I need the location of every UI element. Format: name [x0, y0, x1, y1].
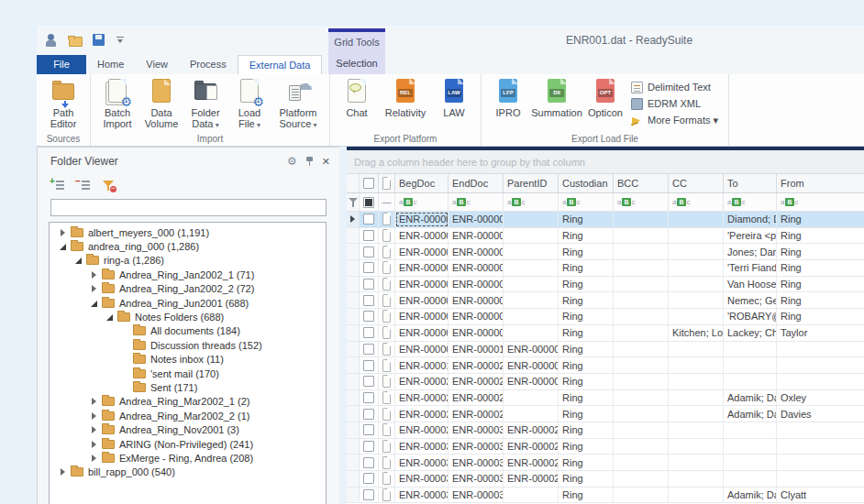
table-row[interactable]: ENR-000007ENR-000007Ring'ROBARY@cs.Ring [347, 309, 864, 325]
tab-file[interactable]: File [37, 55, 86, 74]
pin-icon[interactable] [305, 156, 314, 167]
chat-button[interactable]: Chat [335, 77, 379, 118]
cell-custodian[interactable]: Ring [559, 228, 614, 244]
cell-parentid[interactable] [504, 260, 559, 276]
cell-from[interactable]: Ring [777, 244, 864, 259]
data-volume-button[interactable]: DataVolume [139, 77, 183, 129]
tree-item-all-documents[interactable]: All documents (184) [50, 324, 326, 338]
row-checkbox-cell[interactable] [360, 244, 379, 259]
expand-arrow-icon[interactable] [90, 284, 99, 293]
cell-enddoc[interactable]: ENR-000024 [449, 357, 504, 373]
row-checkbox-cell[interactable] [360, 439, 379, 455]
cell-enddoc[interactable]: ENR-000005 [449, 277, 504, 292]
cell-begdoc[interactable]: ENR-000032 [395, 455, 449, 470]
cell-from[interactable]: Ring [777, 292, 864, 308]
cell-from[interactable] [777, 342, 864, 357]
cell-bcc[interactable] [614, 342, 669, 357]
close-icon[interactable]: ✕ [322, 157, 330, 167]
cell-from[interactable]: Ring [777, 309, 864, 324]
cell-enddoc[interactable]: ENR-000015 [449, 342, 504, 357]
cell-custodian[interactable]: Ring [559, 422, 614, 438]
cell-cc[interactable] [669, 488, 724, 503]
expand-arrow-icon[interactable] [90, 425, 99, 434]
cell-bcc[interactable] [614, 357, 669, 373]
tree-item-notes-folders[interactable]: Notes Folders (688) [50, 310, 326, 323]
cell-cc[interactable] [669, 309, 724, 324]
expand-arrow-icon[interactable] [59, 467, 68, 477]
row-checkbox-cell[interactable] [360, 309, 379, 324]
cell-enddoc[interactable]: ENR-000007 [449, 309, 504, 324]
tree-item-ring-a[interactable]: ring-a (1,286) [50, 254, 326, 268]
cell-cc[interactable] [669, 422, 724, 438]
column-header-bcc[interactable]: BCC [614, 174, 669, 192]
cell-enddoc[interactable]: ENR-000028 [449, 406, 504, 422]
table-row[interactable]: ENR-000025ENR-000026ENR-000008Ring [347, 374, 864, 390]
cell-from[interactable] [777, 374, 864, 389]
row-checkbox[interactable] [363, 392, 374, 403]
filter-cell-to[interactable]: aBc [724, 193, 777, 211]
cell-begdoc[interactable]: ENR-000001 [395, 212, 449, 227]
table-row[interactable]: ENR-000001ENR-000001RingDiamond; DanRing [347, 212, 864, 228]
table-row[interactable]: ENR-000034ENR-000035ENR-000028Ring [347, 471, 864, 488]
cell-cc[interactable] [669, 406, 724, 422]
tree-item-andrea-ring-mar2002-1[interactable]: Andrea_Ring_Mar2002_1 (2) [50, 395, 326, 409]
row-checkbox-cell[interactable] [360, 406, 379, 422]
cell-bcc[interactable] [614, 260, 669, 276]
row-checkbox-cell[interactable] [360, 212, 379, 227]
cell-cc[interactable] [669, 357, 724, 373]
filter-cell-bcc[interactable]: aBc [614, 193, 669, 211]
cell-enddoc[interactable]: ENR-000033 [449, 455, 504, 470]
cell-parentid[interactable]: ENR-000008 [504, 357, 559, 373]
cell-to[interactable] [724, 471, 777, 487]
column-header-from[interactable]: From [777, 174, 864, 192]
clear-filter-icon[interactable]: − [102, 179, 116, 192]
collapse-arrow-icon[interactable] [90, 299, 99, 308]
cell-parentid[interactable]: ENR-000028 [504, 439, 559, 455]
cell-from[interactable] [777, 471, 864, 487]
cell-bcc[interactable] [614, 277, 669, 292]
cell-cc[interactable] [669, 342, 724, 357]
tree-item-andrea-ring-jun2001[interactable]: Andrea_Ring_Jun2001 (688) [50, 296, 326, 310]
column-header-enddoc[interactable]: EndDoc [449, 174, 504, 192]
row-checkbox[interactable] [363, 311, 374, 322]
table-row[interactable]: ENR-000031ENR-000031ENR-000028Ring [347, 439, 864, 455]
filter-cell-custodian[interactable]: aBc [559, 193, 614, 211]
cell-custodian[interactable]: Ring [559, 292, 614, 308]
row-checkbox[interactable] [363, 327, 374, 338]
settings-gear-icon[interactable]: ⚙ [287, 156, 297, 167]
cell-from[interactable]: Taylor [777, 325, 864, 341]
row-checkbox[interactable] [363, 473, 374, 484]
ipro-button[interactable]: LFPIPRO [486, 77, 530, 118]
cell-from[interactable] [777, 357, 864, 373]
cell-custodian[interactable]: Ring [559, 390, 614, 406]
cell-cc[interactable] [669, 228, 724, 244]
cell-bcc[interactable] [614, 244, 669, 259]
more-formats-button[interactable]: More Formats ▾ [631, 114, 718, 126]
cell-to[interactable] [724, 422, 777, 438]
cell-bcc[interactable] [614, 422, 669, 438]
cell-begdoc[interactable]: ENR-000028 [395, 406, 449, 422]
tree-item-albert-meyers-000[interactable]: albert_meyers_000 (1,191) [50, 225, 326, 239]
save-icon[interactable] [92, 33, 106, 48]
cell-begdoc[interactable]: ENR-000016 [395, 357, 449, 373]
cell-cc[interactable] [669, 455, 724, 470]
row-checkbox[interactable] [363, 214, 374, 225]
row-checkbox-cell[interactable] [360, 325, 379, 341]
cell-custodian[interactable]: Ring [559, 488, 614, 503]
row-checkbox-cell[interactable] [360, 292, 379, 308]
tree-item-sent-mail[interactable]: 'sent mail (170) [50, 367, 326, 380]
expand-arrow-icon[interactable] [90, 411, 99, 421]
cell-to[interactable]: Adamik; Darr [724, 488, 777, 503]
row-checkbox[interactable] [363, 262, 374, 273]
column-header-custodian[interactable]: Custodian [559, 174, 614, 192]
cell-bcc[interactable] [614, 439, 669, 455]
cell-parentid[interactable]: ENR-000028 [504, 455, 559, 470]
expand-arrow-icon[interactable] [90, 270, 99, 279]
cell-custodian[interactable]: Ring [559, 374, 614, 389]
cell-enddoc[interactable]: ENR-000035 [449, 471, 504, 487]
cell-to[interactable]: 'Terri Fiandt [724, 260, 777, 276]
table-row[interactable]: ENR-000016ENR-000024ENR-000008Ring [347, 357, 864, 374]
filter-checkbox-cell[interactable] [360, 193, 379, 211]
filter-checkbox[interactable] [363, 197, 374, 208]
folder-search-input[interactable] [50, 199, 327, 216]
